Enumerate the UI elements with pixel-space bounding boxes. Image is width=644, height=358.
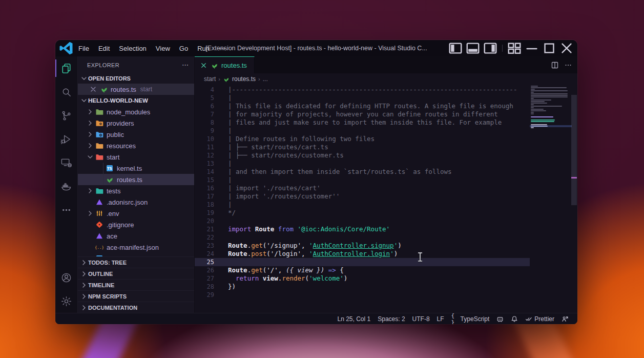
menu-view[interactable]: View [151,43,175,54]
menu-go[interactable]: Go [175,43,193,54]
code-line-5: 5| [195,94,577,102]
tree-item-public[interactable]: public [78,129,194,140]
folder-icon [95,153,103,161]
minimap[interactable] [531,86,571,130]
folder-gear-icon [95,119,103,127]
section-npm-scripts[interactable]: NPM SCRIPTS [78,290,194,302]
activity-bar [55,56,78,313]
tree-item-resources[interactable]: resources [78,140,194,151]
tree-item--adonisrc-json[interactable]: .adonisrc.json [78,196,194,208]
line-number: 4 [195,86,214,94]
line-col-indicator[interactable]: Ln 25, Col 1 [334,313,375,325]
open-editors-header[interactable]: OPEN EDITORS [78,73,194,84]
tree-item-providers[interactable]: providers [78,117,194,129]
tree-item-node-modules[interactable]: node_modules [78,106,194,117]
braces-icon: {..} [95,243,103,251]
close-editor-icon[interactable] [89,85,97,93]
open-editor-item-routes[interactable]: routes.ts start [78,84,194,95]
breadcrumb-item[interactable]: ... [263,75,268,83]
menu-file[interactable]: File [74,43,94,54]
language-indicator[interactable]: { }TypeScript [448,313,493,325]
activity-remote-explorer[interactable] [55,151,78,174]
menu-edit[interactable]: Edit [94,43,114,54]
line-number: 21 [195,225,214,233]
line-number: 12 [195,151,214,160]
file-tree: node_modulesproviderspublicresourcesstar… [78,106,194,256]
explorer-sidebar: EXPLORER ⋯ OPEN EDITORS routes.ts start … [78,56,195,313]
activity-source-control[interactable] [55,104,78,127]
code-line-11: 11| ├── start/routes/cart.ts [195,143,577,151]
env-icon [95,209,103,217]
code-line-16: 16| import './routes/cart' [195,184,577,192]
encoding-indicator[interactable]: UTF-8 [409,313,433,325]
customize-layout-button[interactable] [507,42,522,55]
vscode-logo-icon [58,41,74,56]
activity-settings[interactable] [55,289,78,313]
section-todos-tree[interactable]: TODOS: TREE [78,256,194,268]
split-editor-icon[interactable] [551,61,559,69]
language-indicator-icon: { } [451,315,459,323]
menu-selection[interactable]: Selection [114,43,151,54]
git-icon [95,221,103,229]
breadcrumb[interactable]: start›routes.ts›... [195,73,577,85]
activity-accounts[interactable] [55,266,78,289]
code-lines: 4|--------------------------------------… [195,86,577,313]
folder-globe-icon [95,130,103,138]
tree-item-routes-ts[interactable]: routes.ts [78,174,194,185]
minimize-button[interactable] [524,42,539,55]
breadcrumb-item[interactable]: start [204,75,216,83]
activity-more-views[interactable] [55,198,78,222]
vertical-scrollbar[interactable] [571,85,577,313]
line-number: 19 [195,209,214,217]
code-editor[interactable]: 4|--------------------------------------… [195,85,577,313]
code-line-9: 9| [195,127,577,135]
breadcrumb-item[interactable]: routes.ts [232,75,256,83]
tree-item--env[interactable]: .env [78,208,194,219]
tree-item-start[interactable]: start [78,151,194,163]
line-number: 28 [195,283,214,291]
layout-panel-button[interactable] [465,42,481,55]
section-documentation[interactable]: DOCUMENTATION [78,302,194,313]
activity-explorer[interactable] [55,56,78,80]
section-timeline[interactable]: TIMELINE [78,279,194,290]
tab-routes-ts[interactable]: routes.ts [195,56,255,73]
alerts-status[interactable] [507,313,522,325]
open-editor-folder-badge: start [140,86,152,93]
more-actions-icon[interactable] [564,61,572,69]
tree-item-tests[interactable]: tests [78,185,194,196]
folder-icon [95,142,103,150]
activity-search[interactable] [55,80,78,104]
activity-run-debug[interactable] [55,127,78,151]
code-line-17: 17| import './routes/customer'' [195,192,577,201]
tree-item-ace[interactable]: ace [78,230,194,242]
line-number: 27 [195,274,214,283]
sidebar-header: EXPLORER ⋯ [78,56,194,73]
layout-left-button[interactable] [448,42,463,55]
copilot-status-icon [496,315,504,323]
line-number: 22 [195,233,214,242]
close-button[interactable] [559,42,574,55]
eol-indicator[interactable]: LF [433,313,448,325]
project-root-header[interactable]: HELLO-WORLD-NEW [78,95,194,106]
tree-item-env-ts[interactable]: TSenv.ts [78,253,194,256]
sidebar-more-actions[interactable]: ⋯ [182,61,189,69]
feedback-status-icon [562,315,569,323]
tree-item-kernel-ts[interactable]: TSkernel.ts [78,163,194,174]
spaces-indicator[interactable]: Spaces: 2 [374,313,408,325]
scrollbar-slider[interactable] [571,95,577,205]
feedback-status[interactable] [558,313,572,325]
copilot-status[interactable] [493,313,507,325]
code-line-22: 22 [195,233,577,242]
layout-right-button[interactable] [483,42,498,55]
section-outline[interactable]: OUTLINE [78,268,194,279]
code-line-10: 10| Define routes in following two files [195,135,577,143]
window-title: [Extension Development Host] - routes.ts… [205,45,427,52]
tab-close-icon[interactable] [200,62,207,69]
tree-item--gitignore[interactable]: .gitignore [78,219,194,230]
prettier-indicator[interactable]: Prettier [522,313,558,325]
code-line-12: 12| ├── start/routes/customer.ts [195,151,577,160]
activity-docker[interactable] [55,174,78,198]
tree-item-ace-manifest-json[interactable]: {..}ace-manifest.json [78,242,194,253]
adonis-icon [95,232,103,240]
maximize-button[interactable] [542,42,557,55]
